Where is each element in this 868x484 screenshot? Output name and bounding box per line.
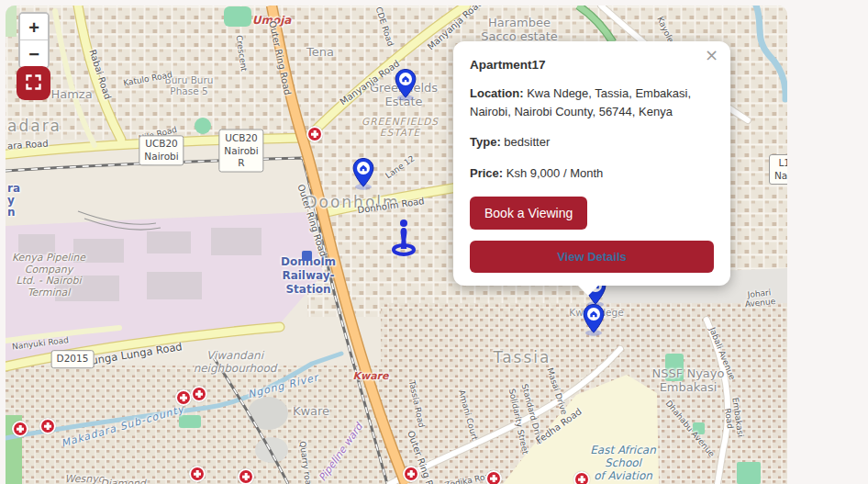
zoom-out-button[interactable]: − xyxy=(20,40,48,67)
medical-plus-icon xyxy=(306,126,323,142)
marker-apartment-greenfields-2[interactable] xyxy=(351,157,376,190)
marker-apartment-kwa-ndege-2[interactable] xyxy=(582,303,606,336)
marker-apartment-greenfields-1[interactable] xyxy=(394,68,418,101)
popup-title: Apartment17 xyxy=(470,58,714,72)
medical-plus-icon xyxy=(238,468,254,484)
medical-plus-icon xyxy=(485,470,502,484)
railway-station-icon xyxy=(302,251,312,261)
medical-plus-icon xyxy=(573,471,590,484)
type-label: Type: xyxy=(470,135,501,149)
fullscreen-button[interactable] xyxy=(17,66,50,100)
book-viewing-button[interactable]: Book a Viewing xyxy=(470,197,587,230)
marker-person[interactable] xyxy=(387,218,420,256)
zoom-control: + − xyxy=(18,12,50,69)
popup-type: Type: bedsitter xyxy=(470,133,714,152)
medical-plus-icon xyxy=(39,418,56,434)
price-value: Ksh 9,000 / Month xyxy=(506,166,604,180)
popup-tail xyxy=(577,285,599,296)
page: HamzaTenaadaraBuru Buru Phase 5Harambee … xyxy=(0,0,868,484)
medical-plus-icon xyxy=(191,386,207,402)
map[interactable]: HamzaTenaadaraBuru Buru Phase 5Harambee … xyxy=(6,6,787,484)
popup-price: Price: Ksh 9,000 / Month xyxy=(470,164,714,183)
view-details-button[interactable]: View Details xyxy=(470,241,714,273)
price-label: Price: xyxy=(470,166,503,180)
medical-plus-icon xyxy=(189,466,206,482)
popup-location: Location: Kwa Ndege, Tassia, Embakasi, N… xyxy=(470,84,714,120)
fullscreen-icon xyxy=(26,74,41,93)
apartment-popup: × Apartment17 Location: Kwa Ndege, Tassi… xyxy=(453,41,730,286)
medical-plus-icon xyxy=(403,466,419,482)
close-icon[interactable]: × xyxy=(699,44,724,65)
zoom-in-button[interactable]: + xyxy=(20,14,48,40)
location-label: Location: xyxy=(470,86,524,100)
medical-plus-icon xyxy=(12,421,28,437)
medical-plus-icon xyxy=(175,389,192,406)
type-value: bedsitter xyxy=(504,135,550,149)
